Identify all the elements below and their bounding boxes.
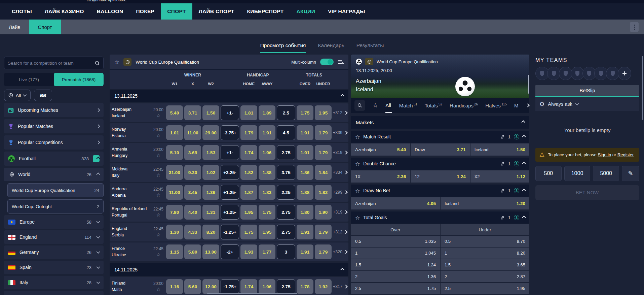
odds-under-button[interactable]: 1.82 (315, 185, 332, 200)
favorite-star-icon[interactable]: ☆ (355, 134, 360, 140)
total-odds-cell[interactable]: 1 1.045 (351, 248, 440, 259)
market-header[interactable]: ☆ Match Result 1 (351, 131, 529, 143)
odds-handicap-away-button[interactable]: 1.95 (259, 225, 275, 239)
more-markets-link[interactable]: +312 (333, 110, 347, 115)
market-tab[interactable]: All (385, 98, 392, 113)
odds-w2-button[interactable]: 1.36 (202, 185, 219, 200)
market-tab[interactable]: Handicaps26 (450, 98, 478, 112)
vertical-scrollbar[interactable] (528, 75, 529, 94)
date-group-header[interactable]: 14.11.2025 (110, 263, 348, 276)
total-odds-cell[interactable]: 1 8.20 (441, 248, 529, 259)
odds-w2-button[interactable]: 8.20 (202, 225, 219, 239)
odds-x-button[interactable]: 9.30 (184, 165, 201, 180)
odds-x-button[interactable]: 5.80 (184, 244, 201, 259)
column-view-icon[interactable] (338, 60, 344, 64)
search-input[interactable] (8, 61, 95, 66)
sidebar-country-item[interactable]: Europe 58 (4, 215, 104, 229)
total-line-button[interactable]: 3 (277, 244, 295, 259)
odds-handicap-away-button[interactable]: 1.91 (259, 125, 275, 140)
favorite-star-icon[interactable]: ☆ (152, 192, 165, 198)
edit-stake-button[interactable]: ✎ (622, 166, 639, 181)
odds-w2-button[interactable]: 1.31 (202, 205, 219, 220)
market-header[interactable]: ☆ Double Chance 1 (351, 158, 529, 170)
odds-handicap-away-button[interactable]: 1.88 (259, 165, 275, 180)
handicap-line-button[interactable]: +1- (221, 105, 239, 120)
odds-w1-button[interactable]: 31.00 (166, 165, 183, 180)
prematch-toggle[interactable]: Prematch (1868) (54, 73, 104, 86)
bet-builder-button[interactable]: BB (34, 90, 52, 101)
market-odds-cell[interactable]: Iceland 1.50 (470, 143, 529, 156)
sidebar-country-item[interactable]: France 29 (4, 291, 104, 295)
handicap-line-button[interactable]: -1.25+ (221, 225, 239, 239)
team-avatar[interactable] (547, 67, 561, 80)
market-odds-cell[interactable]: Draw 3.71 (411, 143, 469, 156)
market-tab[interactable]: Halves115 (485, 98, 507, 112)
odds-w2-button[interactable]: 1.50 (202, 105, 219, 120)
chevron-up-icon[interactable] (522, 135, 526, 138)
odds-w1-button[interactable]: 1.30 (166, 225, 183, 239)
odds-x-button[interactable]: 4.40 (184, 205, 201, 220)
total-line-button[interactable]: 2.75 (277, 205, 295, 220)
odds-under-button[interactable]: 1.95 (315, 105, 332, 120)
odds-handicap-away-button[interactable]: 1.96 (259, 279, 275, 294)
more-markets-link[interactable]: +317 (333, 284, 347, 289)
sidebar-competition-item[interactable]: World Cup. Outright 2 (7, 199, 104, 214)
odds-over-button[interactable]: 1.86 (297, 165, 313, 180)
match-row[interactable]: Azerbaijan Iceland 20:00 ☆ 5.40 3.71 1.5… (110, 103, 348, 122)
register-link[interactable]: Register (617, 152, 634, 157)
total-line-button[interactable]: 2.75 (277, 279, 295, 294)
match-row[interactable]: Moldova Italy 22:45 ☆ 31.00 9.30 1.02 +3… (110, 163, 348, 182)
odds-x-button[interactable]: 3.69 (184, 145, 201, 160)
odds-handicap-home-button[interactable]: 1.74 (240, 279, 257, 294)
match-row[interactable]: Finland Malta 20:00 ☆ 1.16 5.60 12.00 -1… (110, 277, 348, 295)
sidebar-country-item[interactable]: Spain 23 (4, 261, 104, 274)
odds-under-button[interactable]: 1.79 (315, 244, 332, 259)
stake-1000-button[interactable]: 1000 (564, 166, 591, 181)
team-avatar[interactable] (606, 67, 619, 80)
bet-now-button[interactable]: BET NOW (535, 185, 639, 200)
market-odds-cell[interactable]: 1X 2.36 (351, 170, 410, 183)
market-odds-cell[interactable]: Azerbaijan 5.40 (351, 143, 410, 156)
market-tab[interactable]: Totals52 (425, 98, 442, 112)
handicap-line-button[interactable]: +1.25- (221, 205, 239, 220)
odds-w2-button[interactable]: 1.53 (202, 145, 219, 160)
odds-over-button[interactable]: 1.91 (297, 225, 313, 239)
match-row[interactable]: Republic of Ireland Portugal 22:45 ☆ 7.8… (110, 203, 348, 222)
total-odds-cell[interactable]: 1.5 1.24 (351, 259, 440, 270)
odds-w1-button[interactable]: 5.10 (166, 145, 183, 160)
market-odds-cell[interactable]: 12 1.24 (411, 170, 469, 183)
market-search-button[interactable] (354, 100, 365, 111)
favorite-star-icon[interactable]: ☆ (355, 161, 360, 167)
nav-item[interactable]: КИБЕРСПОРТ (240, 3, 290, 20)
odds-handicap-home-button[interactable]: 1.81 (240, 105, 257, 120)
market-odds-cell[interactable]: Azerbaijan 4.05 (351, 197, 440, 209)
more-markets-link[interactable]: +339 (333, 130, 347, 135)
odds-under-button[interactable]: 1.90 (315, 205, 332, 220)
total-line-button[interactable]: 2.25 (277, 185, 295, 200)
handicap-line-button[interactable]: -1.75+ (221, 279, 239, 294)
favorite-star-icon[interactable]: ☆ (355, 215, 360, 221)
sign-in-link[interactable]: Sign in (598, 152, 611, 157)
odds-handicap-home-button[interactable]: 1.74 (240, 145, 257, 160)
favorite-star-icon[interactable]: ☆ (152, 113, 165, 118)
sidebar-item-popular-matches[interactable]: Popular Matches (4, 119, 104, 133)
total-odds-cell[interactable]: 2.5 1.95 (441, 283, 529, 294)
handicap-line-button[interactable]: +1.25- (221, 185, 239, 200)
odds-w1-button[interactable]: 11.00 (166, 185, 183, 200)
sidebar-item-football[interactable]: Football 828 (4, 152, 104, 166)
chevron-up-icon[interactable] (522, 189, 526, 192)
total-line-button[interactable]: 2.75 (277, 145, 295, 160)
favorite-star-icon[interactable]: ☆ (114, 59, 119, 65)
stake-5000-button[interactable]: 5000 (593, 166, 619, 181)
chevron-right-icon[interactable] (526, 103, 530, 107)
more-markets-link[interactable]: +312 (333, 230, 347, 234)
view-tab[interactable]: Просмотр события (260, 42, 306, 53)
add-team-button[interactable] (618, 67, 631, 80)
odds-w2-button[interactable]: 13.00 (202, 244, 219, 259)
view-tab[interactable]: Календарь (318, 42, 344, 53)
sidebar-country-item[interactable]: Germany 26 (4, 245, 104, 259)
betslip-settings[interactable]: ⚙ Always ask (535, 97, 639, 111)
odds-x-button[interactable]: 5.60 (184, 279, 201, 294)
more-markets-link[interactable]: +299 (333, 190, 347, 195)
handicap-line-button[interactable]: -2+ (221, 244, 239, 259)
